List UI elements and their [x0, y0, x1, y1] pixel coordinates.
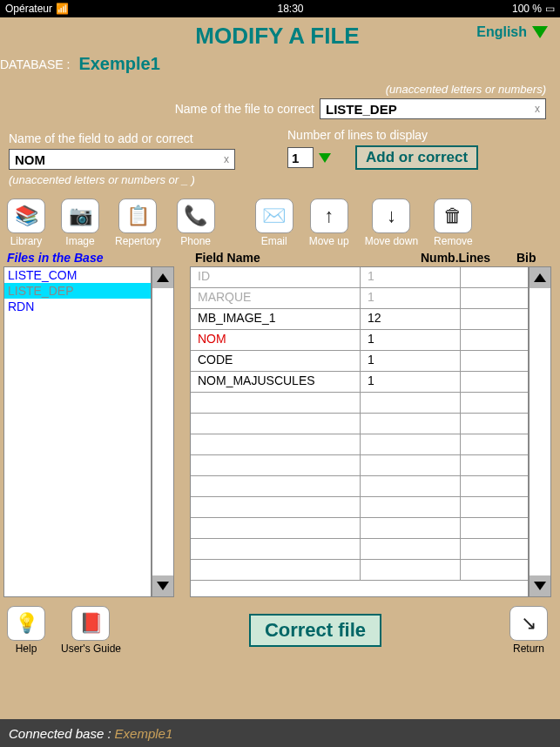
- battery-label: 100 %: [512, 3, 542, 15]
- move-down-button[interactable]: ↓: [372, 199, 410, 233]
- help-label: Help: [16, 643, 37, 655]
- scroll-up-button[interactable]: [530, 267, 550, 288]
- chevron-up-icon: [157, 273, 169, 282]
- clear-file-icon[interactable]: x: [535, 103, 540, 115]
- repertory-label: Repertory: [115, 235, 161, 247]
- database-label: DATABASE :: [0, 57, 70, 71]
- return-label: Return: [513, 643, 544, 655]
- fields-table[interactable]: ID1MARQUE1MB_IMAGE_112NOM1CODE1NOM_MAJUS…: [190, 266, 529, 597]
- language-label: English: [476, 24, 527, 40]
- table-row[interactable]: [191, 455, 528, 476]
- scroll-down-button[interactable]: [152, 575, 173, 596]
- return-button[interactable]: ↘: [509, 606, 548, 641]
- remove-button[interactable]: 🗑: [434, 199, 472, 233]
- fields-scrollbar[interactable]: [529, 266, 551, 597]
- add-or-correct-button[interactable]: Add or correct: [355, 145, 478, 170]
- num-lines-label: Number of lines to display: [287, 128, 555, 142]
- dropdown-icon: [532, 26, 548, 38]
- phone-icon: 📞: [184, 205, 207, 227]
- language-selector[interactable]: English: [476, 24, 548, 40]
- help-button[interactable]: 💡: [7, 606, 45, 641]
- table-row[interactable]: [191, 393, 528, 414]
- footer-bar: Connected base : Exemple1: [0, 719, 560, 747]
- files-listbox[interactable]: LISTE_COMLISTE_DEPRDN: [3, 266, 152, 597]
- file-hint: (unaccented letters or numbers): [386, 83, 546, 96]
- main-panel: MODIFY A FILE English DATABASE : Exemple…: [0, 17, 560, 719]
- table-row[interactable]: MB_IMAGE_112: [191, 309, 528, 330]
- repertory-button[interactable]: 📋: [118, 199, 157, 233]
- correct-file-button[interactable]: Correct file: [249, 614, 381, 647]
- image-button[interactable]: 📷: [61, 199, 99, 233]
- carrier-label: Opérateur: [5, 3, 52, 15]
- file-correct-label: Name of the file to correct: [175, 102, 314, 116]
- chevron-up-icon: [534, 273, 546, 282]
- table-row[interactable]: [191, 497, 528, 518]
- table-row[interactable]: [191, 560, 528, 581]
- connected-db: Exemple1: [115, 726, 173, 741]
- connected-label: Connected base :: [9, 726, 111, 741]
- battery-icon: ▭: [545, 3, 555, 15]
- bulb-icon: 💡: [15, 612, 38, 635]
- table-row[interactable]: [191, 539, 528, 560]
- list-item[interactable]: LISTE_COM: [4, 267, 151, 283]
- movedown-label: Move down: [365, 235, 418, 247]
- list-item[interactable]: RDN: [4, 299, 151, 314]
- guide-button[interactable]: 📕: [71, 606, 110, 641]
- table-row[interactable]: MARQUE1: [191, 288, 528, 309]
- numlines-header: Numb.Lines: [421, 251, 516, 265]
- table-row[interactable]: NOM1: [191, 330, 528, 351]
- chevron-down-icon: [157, 582, 169, 590]
- wifi-icon: 📶: [56, 3, 69, 15]
- toolbar: 📚Library 📷Image 📋Repertory 📞Phone ✉️Emai…: [7, 199, 548, 247]
- scroll-track[interactable]: [152, 288, 173, 575]
- scroll-up-button[interactable]: [152, 267, 173, 288]
- table-row[interactable]: [191, 414, 528, 434]
- table-headers: Files in the Base Field Name Numb.Lines …: [3, 251, 551, 265]
- phone-button[interactable]: 📞: [177, 199, 215, 233]
- library-button[interactable]: 📚: [7, 199, 45, 233]
- email-label: Email: [261, 235, 287, 247]
- arrow-up-icon: ↑: [324, 205, 334, 227]
- email-button[interactable]: ✉️: [255, 199, 293, 233]
- field-header: Field Name: [178, 251, 421, 265]
- files-header: Files in the Base: [3, 251, 178, 265]
- phone-label: Phone: [180, 235, 211, 247]
- email-icon: ✉️: [262, 205, 286, 227]
- file-name-input[interactable]: LISTE_DEP x: [320, 98, 546, 119]
- chevron-down-icon: [534, 582, 546, 590]
- table-row[interactable]: ID1: [191, 267, 528, 288]
- status-time: 18:30: [277, 3, 303, 15]
- table-row[interactable]: [191, 434, 528, 455]
- notebook-icon: 📋: [126, 205, 150, 227]
- book-icon: 📚: [15, 205, 38, 227]
- moveup-label: Move up: [309, 235, 349, 247]
- files-scrollbar[interactable]: [152, 266, 174, 597]
- return-icon: ↘: [521, 612, 536, 635]
- list-item[interactable]: LISTE_DEP: [4, 283, 151, 299]
- remove-label: Remove: [434, 235, 473, 247]
- page-title: MODIFY A FILE: [195, 23, 359, 50]
- num-dropdown-icon[interactable]: [319, 153, 331, 163]
- status-bar: Opérateur 📶 18:30 100 % ▭: [0, 0, 560, 17]
- scroll-down-button[interactable]: [530, 575, 550, 596]
- field-hint: (unaccented letters or numbers or _ ): [9, 173, 555, 186]
- arrow-down-icon: ↓: [387, 205, 396, 227]
- table-row[interactable]: [191, 518, 528, 539]
- field-name-input[interactable]: NOM x: [9, 149, 235, 170]
- table-row[interactable]: [191, 476, 528, 497]
- table-row[interactable]: NOM_MAJUSCULES1: [191, 372, 528, 393]
- bib-header: Bib: [516, 251, 551, 265]
- database-value: Exemple1: [78, 54, 159, 74]
- library-label: Library: [10, 235, 43, 247]
- book-icon: 📕: [79, 612, 103, 635]
- image-label: Image: [65, 235, 94, 247]
- table-row[interactable]: CODE1: [191, 351, 528, 372]
- field-add-label: Name of the field to add or correct: [9, 131, 235, 145]
- guide-label: User's Guide: [61, 643, 121, 655]
- camera-icon: 📷: [69, 205, 92, 227]
- move-up-button[interactable]: ↑: [310, 199, 348, 233]
- scroll-track[interactable]: [530, 288, 550, 575]
- trash-icon: 🗑: [443, 205, 462, 227]
- num-lines-input[interactable]: 1: [287, 147, 314, 168]
- clear-field-icon[interactable]: x: [224, 153, 229, 165]
